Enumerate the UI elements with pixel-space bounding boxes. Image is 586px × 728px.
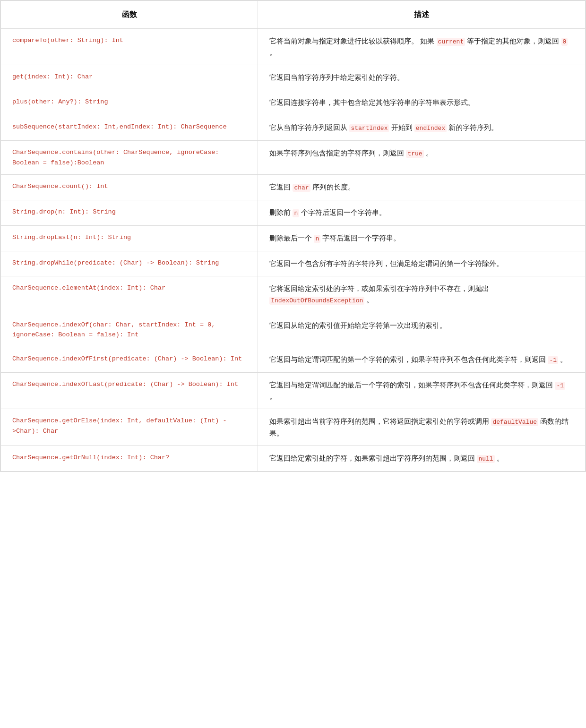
table-row: compareTo(other: String): Int它将当前对象与指定对象… [1, 28, 586, 65]
description-cell: 它返回给定索引处的字符，如果索引超出字符序列的范围，则返回 null 。 [258, 446, 586, 471]
col-header-function: 函数 [1, 1, 258, 29]
table-row: plus(other: Any?): String它返回连接字符串，其中包含给定… [1, 90, 586, 115]
function-cell: CharSequence.elementAt(index: Int): Char [1, 276, 258, 313]
inline-code: startIndex [349, 124, 389, 132]
description-cell: 删除最后一个 n 字符后返回一个字符串。 [258, 225, 586, 251]
inline-code: n [314, 235, 320, 243]
description-cell: 它返回连接字符串，其中包含给定其他字符串的字符串表示形式。 [258, 90, 586, 115]
table-header-row: 函数 描述 [1, 1, 586, 29]
inline-code: -1 [555, 382, 565, 390]
table-row: CharSequence.indexOf(char: Char, startIn… [1, 313, 586, 347]
description-cell: 如果字符序列包含指定的字符序列，则返回 true 。 [258, 141, 586, 175]
inline-code: true [406, 150, 423, 158]
table-row: CharSequence.elementAt(index: Int): Char… [1, 276, 586, 313]
table-row: String.drop(n: Int): String删除前 n 个字符后返回一… [1, 200, 586, 226]
inline-code: defaultValue [491, 418, 538, 426]
function-cell: plus(other: Any?): String [1, 90, 258, 115]
table-row: CharSequence.contains(other: CharSequenc… [1, 141, 586, 175]
function-cell: CharSequence.indexOfLast(predicate: (Cha… [1, 372, 258, 409]
description-cell: 它返回与给定谓词匹配的第一个字符的索引，如果字符序列不包含任何此类字符，则返回 … [258, 347, 586, 372]
function-cell: CharSequence.getOrNull(index: Int): Char… [1, 446, 258, 471]
inline-code: -1 [548, 356, 558, 364]
table-row: CharSequence.indexOfFirst(predicate: (Ch… [1, 347, 586, 372]
inline-code: n [293, 209, 299, 217]
main-table-container: 函数 描述 compareTo(other: String): Int它将当前对… [0, 0, 586, 472]
function-cell: String.dropWhile(predicate: (Char) -> Bo… [1, 251, 258, 276]
inline-code: null [477, 455, 494, 463]
inline-code: 0 [561, 38, 568, 46]
description-cell: 它返回 char 序列的长度。 [258, 175, 586, 200]
table-row: CharSequence.indexOfLast(predicate: (Cha… [1, 372, 586, 409]
function-cell: String.dropLast(n: Int): String [1, 225, 258, 251]
table-row: CharSequence.getOrNull(index: Int): Char… [1, 446, 586, 471]
functions-table: 函数 描述 compareTo(other: String): Int它将当前对… [0, 0, 586, 471]
description-cell: 它从当前字符序列返回从 startIndex 开始到 endIndex 新的字符… [258, 115, 586, 141]
inline-code: current [437, 38, 465, 46]
inline-code: char [293, 184, 310, 192]
table-row: subSequence(startIndex: Int,endIndex: In… [1, 115, 586, 141]
function-cell: subSequence(startIndex: Int,endIndex: In… [1, 115, 258, 141]
description-cell: 它将当前对象与指定对象进行比较以获得顺序。 如果 current 等于指定的其他… [258, 28, 586, 65]
table-row: CharSequence.count(): Int它返回 char 序列的长度。 [1, 175, 586, 200]
inline-code: IndexOutOfBoundsException [269, 297, 364, 305]
function-cell: get(index: Int): Char [1, 65, 258, 90]
function-cell: CharSequence.count(): Int [1, 175, 258, 200]
table-row: String.dropWhile(predicate: (Char) -> Bo… [1, 251, 586, 276]
description-cell: 它返回与给定谓词匹配的最后一个字符的索引，如果字符序列不包含任何此类字符，则返回… [258, 372, 586, 409]
function-cell: compareTo(other: String): Int [1, 28, 258, 65]
function-cell: CharSequence.contains(other: CharSequenc… [1, 141, 258, 175]
function-cell: CharSequence.indexOfFirst(predicate: (Ch… [1, 347, 258, 372]
description-cell: 它返回一个包含所有字符的字符序列，但满足给定谓词的第一个字符除外。 [258, 251, 586, 276]
table-row: CharSequence.getOrElse(index: Int, defau… [1, 409, 586, 446]
description-cell: 它将返回给定索引处的字符，或如果索引在字符序列中不存在，则抛出 IndexOut… [258, 276, 586, 313]
description-cell: 如果索引超出当前字符序列的范围，它将返回指定索引处的字符或调用 defaultV… [258, 409, 586, 446]
description-cell: 删除前 n 个字符后返回一个字符串。 [258, 200, 586, 226]
inline-code: endIndex [414, 124, 447, 132]
function-cell: String.drop(n: Int): String [1, 200, 258, 226]
function-cell: CharSequence.indexOf(char: Char, startIn… [1, 313, 258, 347]
table-row: String.dropLast(n: Int): String删除最后一个 n … [1, 225, 586, 251]
table-row: get(index: Int): Char它返回当前字符序列中给定索引处的字符。 [1, 65, 586, 90]
description-cell: 它返回从给定的索引值开始给定字符第一次出现的索引。 [258, 313, 586, 347]
col-header-description: 描述 [258, 1, 586, 29]
description-cell: 它返回当前字符序列中给定索引处的字符。 [258, 65, 586, 90]
function-cell: CharSequence.getOrElse(index: Int, defau… [1, 409, 258, 446]
